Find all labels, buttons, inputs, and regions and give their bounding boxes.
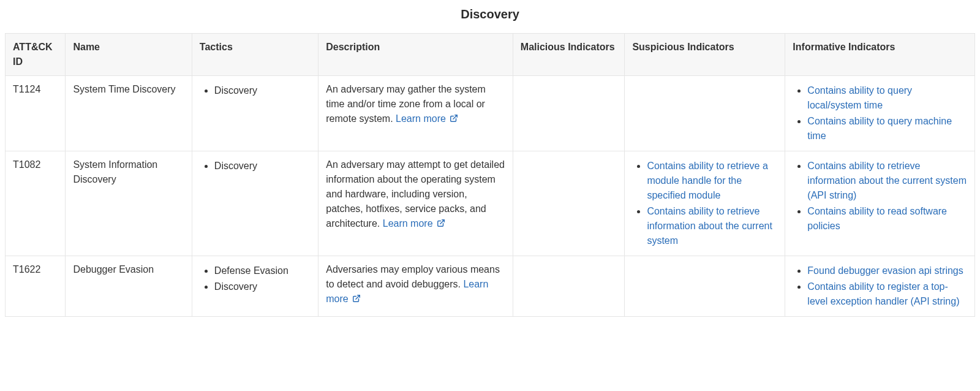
svg-line-1 bbox=[440, 220, 444, 224]
suspicious-indicators bbox=[625, 76, 785, 151]
indicator-item: Contains ability to read software polici… bbox=[807, 204, 967, 233]
tactic-item: Defense Evasion bbox=[214, 264, 311, 278]
indicator-item: Found debugger evasion api strings bbox=[807, 264, 967, 278]
description-cell: An adversary may attempt to get detailed… bbox=[318, 151, 513, 256]
external-link-icon bbox=[352, 292, 361, 307]
svg-line-0 bbox=[453, 115, 457, 119]
indicator-item: Contains ability to register a top-level… bbox=[807, 279, 967, 309]
technique-name: System Information Discovery bbox=[66, 151, 192, 256]
tactic-item: Discovery bbox=[214, 279, 311, 294]
indicator-link[interactable]: Contains ability to query machine time bbox=[807, 116, 952, 141]
indicator-item: Contains ability to retrieve a module ha… bbox=[647, 159, 777, 203]
suspicious-indicators bbox=[625, 256, 785, 317]
indicator-link[interactable]: Contains ability to register a top-level… bbox=[807, 281, 959, 306]
informative-indicators: Found debugger evasion api stringsContai… bbox=[785, 256, 975, 317]
description-cell: An adversary may gather the system time … bbox=[318, 76, 513, 151]
tactics-cell: Discovery bbox=[192, 151, 318, 256]
col-header-tactics: Tactics bbox=[192, 34, 318, 76]
indicator-link[interactable]: Found debugger evasion api strings bbox=[807, 265, 963, 276]
indicator-item: Contains ability to query local/system t… bbox=[807, 83, 967, 113]
description-cell: Adversaries may employ various means to … bbox=[318, 256, 513, 317]
section-title: Discovery bbox=[5, 5, 975, 23]
informative-indicators: Contains ability to retrieve information… bbox=[785, 151, 975, 256]
learn-more-link[interactable]: Learn more bbox=[383, 218, 445, 229]
indicator-link[interactable]: Contains ability to retrieve information… bbox=[647, 206, 772, 246]
indicator-link[interactable]: Contains ability to query local/system t… bbox=[807, 85, 912, 110]
attack-table: ATT&CK ID Name Tactics Description Malic… bbox=[5, 33, 975, 317]
indicator-link[interactable]: Contains ability to read software polici… bbox=[807, 206, 947, 231]
learn-more-label: Learn more bbox=[396, 113, 446, 124]
col-header-suspicious: Suspicious Indicators bbox=[625, 34, 785, 76]
informative-indicators-list: Contains ability to query local/system t… bbox=[793, 83, 967, 143]
learn-more-link[interactable]: Learn more bbox=[396, 113, 458, 124]
col-header-description: Description bbox=[318, 34, 513, 76]
indicator-item: Contains ability to retrieve information… bbox=[807, 159, 967, 203]
malicious-indicators bbox=[513, 151, 625, 256]
tactics-list: Defense EvasionDiscovery bbox=[200, 264, 311, 294]
malicious-indicators bbox=[513, 256, 625, 317]
indicator-item: Contains ability to retrieve information… bbox=[647, 204, 777, 248]
col-header-informative: Informative Indicators bbox=[785, 34, 975, 76]
tactics-cell: Discovery bbox=[192, 76, 318, 151]
col-header-name: Name bbox=[66, 34, 192, 76]
suspicious-indicators-list: Contains ability to retrieve a module ha… bbox=[632, 159, 777, 248]
technique-name: System Time Discovery bbox=[66, 76, 192, 151]
col-header-malicious: Malicious Indicators bbox=[513, 34, 625, 76]
learn-more-label: Learn more bbox=[383, 218, 433, 229]
table-row: T1622Debugger EvasionDefense EvasionDisc… bbox=[6, 256, 975, 317]
tactics-list: Discovery bbox=[200, 83, 311, 98]
table-row: T1082System Information DiscoveryDiscove… bbox=[6, 151, 975, 256]
indicator-link[interactable]: Contains ability to retrieve information… bbox=[807, 161, 967, 200]
col-header-id: ATT&CK ID bbox=[6, 34, 66, 76]
indicator-link[interactable]: Contains ability to retrieve a module ha… bbox=[647, 161, 767, 200]
informative-indicators-list: Contains ability to retrieve information… bbox=[793, 159, 967, 233]
technique-name: Debugger Evasion bbox=[66, 256, 192, 317]
tactic-item: Discovery bbox=[214, 159, 311, 173]
indicator-item: Contains ability to query machine time bbox=[807, 114, 967, 143]
svg-line-2 bbox=[356, 295, 360, 299]
attack-id: T1082 bbox=[6, 151, 66, 256]
suspicious-indicators: Contains ability to retrieve a module ha… bbox=[625, 151, 785, 256]
tactic-item: Discovery bbox=[214, 83, 311, 98]
attack-id: T1622 bbox=[6, 256, 66, 317]
tactics-cell: Defense EvasionDiscovery bbox=[192, 256, 318, 317]
malicious-indicators bbox=[513, 76, 625, 151]
table-row: T1124System Time DiscoveryDiscoveryAn ad… bbox=[6, 76, 975, 151]
attack-id: T1124 bbox=[6, 76, 66, 151]
informative-indicators: Contains ability to query local/system t… bbox=[785, 76, 975, 151]
external-link-icon bbox=[450, 112, 458, 127]
informative-indicators-list: Found debugger evasion api stringsContai… bbox=[793, 264, 967, 309]
tactics-list: Discovery bbox=[200, 159, 311, 173]
external-link-icon bbox=[437, 217, 445, 232]
